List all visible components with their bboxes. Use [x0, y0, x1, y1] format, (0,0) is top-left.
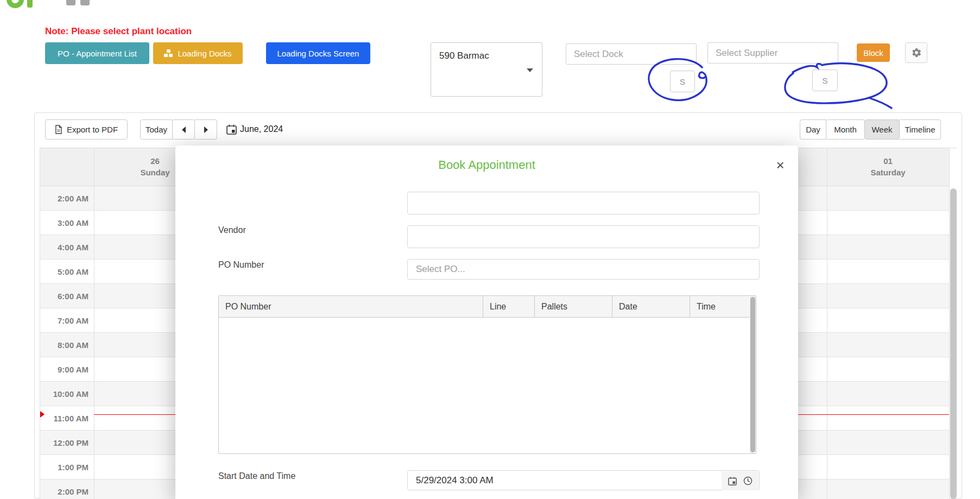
current-time-marker	[40, 411, 45, 418]
next-week-button[interactable]	[195, 119, 217, 140]
gear-icon	[911, 47, 922, 58]
plant-location-note: Note: Please select plant location	[45, 26, 192, 37]
view-timeline-button[interactable]: Timeline	[900, 119, 941, 140]
app-logo	[66, 0, 75, 5]
supplier-spinner-button[interactable]: S	[812, 70, 838, 91]
time-label: 2:00 PM	[40, 479, 88, 499]
po-select-input[interactable]	[407, 259, 760, 280]
time-label: 9:00 AM	[40, 357, 88, 382]
po-table-column-header[interactable]: PO Number	[219, 296, 483, 318]
pallet-icon	[164, 49, 173, 58]
plant-location-select[interactable]: 590 Barmac	[431, 42, 542, 97]
time-label: 3:00 AM	[40, 211, 88, 235]
plant-location-value: 590 Barmac	[439, 50, 489, 61]
app-logo	[80, 0, 90, 5]
today-button[interactable]: Today	[140, 119, 173, 140]
chevron-left-icon	[182, 127, 186, 133]
view-month-label: Month	[834, 125, 857, 134]
grid-column-border	[94, 148, 94, 499]
view-week-label: Week	[871, 125, 892, 134]
day-header-saturday[interactable]: 01Saturday	[827, 148, 949, 186]
date-picker-icon[interactable]	[728, 477, 737, 485]
time-label: 1:00 PM	[40, 455, 88, 479]
loading-docks-screen-button[interactable]: Loading Docks Screen	[266, 42, 370, 64]
title-input[interactable]	[407, 192, 760, 214]
po-table-column-header[interactable]: Date	[612, 296, 690, 318]
modal-title: Book Appointment	[175, 158, 798, 172]
po-table-column-header[interactable]: Pallets	[535, 296, 612, 318]
clock-icon[interactable]	[743, 476, 753, 485]
close-icon[interactable]: ×	[772, 156, 789, 174]
start-datetime-input[interactable]: 5/29/2024 3:00 AM	[407, 470, 760, 490]
annotation-tail	[869, 98, 892, 108]
start-datetime-value: 5/29/2024 3:00 AM	[416, 475, 494, 485]
pdf-icon	[55, 125, 62, 134]
po-appointment-list-label: PO - Appointment List	[58, 49, 137, 58]
dock-spinner-button[interactable]: S	[670, 71, 695, 92]
grid-column-border	[827, 148, 827, 499]
export-pdf-label: Export to PDF	[67, 125, 118, 134]
vendor-field-label: Vendor	[218, 225, 246, 235]
time-label: 5:00 AM	[40, 260, 88, 284]
time-label: 7:00 AM	[40, 308, 88, 333]
day-number: 01	[827, 155, 949, 167]
app-logo	[7, 0, 24, 8]
po-table-scrollbar[interactable]	[750, 297, 755, 452]
prev-week-button[interactable]	[173, 119, 195, 140]
po-table-column-header[interactable]: Time	[690, 296, 750, 318]
datetime-picker-buttons	[722, 471, 758, 490]
calendar-scrollbar[interactable]	[950, 188, 957, 499]
dock-select-input[interactable]	[566, 43, 697, 65]
today-label: Today	[146, 125, 167, 134]
po-table: PO NumberLinePalletsDateTime	[218, 295, 756, 454]
day-name: Saturday	[827, 167, 949, 178]
chevron-right-icon	[204, 127, 208, 133]
dropdown-arrow-icon	[527, 68, 533, 72]
grid-column-border	[40, 148, 40, 499]
vendor-input[interactable]	[407, 225, 760, 248]
dock-spinner-label: S	[680, 77, 685, 86]
view-week-button[interactable]: Week	[865, 119, 900, 140]
loading-docks-button[interactable]: Loading Docks	[153, 42, 243, 64]
app-page: Note: Please select plant location PO - …	[0, 0, 980, 499]
time-label: 2:00 AM	[40, 186, 88, 211]
loading-docks-screen-label: Loading Docks Screen	[277, 49, 359, 58]
loading-docks-label: Loading Docks	[178, 49, 231, 58]
time-label: 8:00 AM	[40, 333, 88, 357]
start-datetime-label: Start Date and Time	[218, 471, 295, 481]
po-number-field-label: PO Number	[218, 260, 264, 270]
time-label: 11:00 AM	[40, 406, 88, 431]
view-day-button[interactable]: Day	[800, 119, 826, 140]
view-month-button[interactable]: Month	[826, 119, 865, 140]
app-logo	[27, 0, 33, 8]
grid-column-border	[949, 148, 950, 499]
calendar-icon[interactable]	[226, 124, 237, 137]
view-day-label: Day	[806, 125, 820, 134]
current-month-label: June, 2024	[240, 124, 283, 134]
time-label: 4:00 AM	[40, 235, 88, 260]
time-label: 12:00 PM	[40, 431, 88, 455]
settings-button[interactable]	[905, 42, 927, 63]
block-button[interactable]: Block	[857, 43, 890, 62]
time-label: 6:00 AM	[40, 284, 88, 308]
po-table-header-row: PO NumberLinePalletsDateTime	[219, 296, 750, 318]
po-appointment-list-button[interactable]: PO - Appointment List	[45, 42, 149, 64]
po-table-scrollbar-track	[750, 296, 756, 453]
export-pdf-button[interactable]: Export to PDF	[45, 119, 128, 140]
supplier-spinner-label: S	[822, 76, 827, 85]
time-label: 10:00 AM	[40, 382, 88, 406]
po-table-column-header[interactable]: Line	[483, 296, 535, 318]
view-timeline-label: Timeline	[905, 125, 935, 134]
supplier-select-input[interactable]	[707, 42, 838, 64]
book-appointment-modal: Book Appointment × Title Vendor PO Numbe…	[175, 146, 798, 499]
